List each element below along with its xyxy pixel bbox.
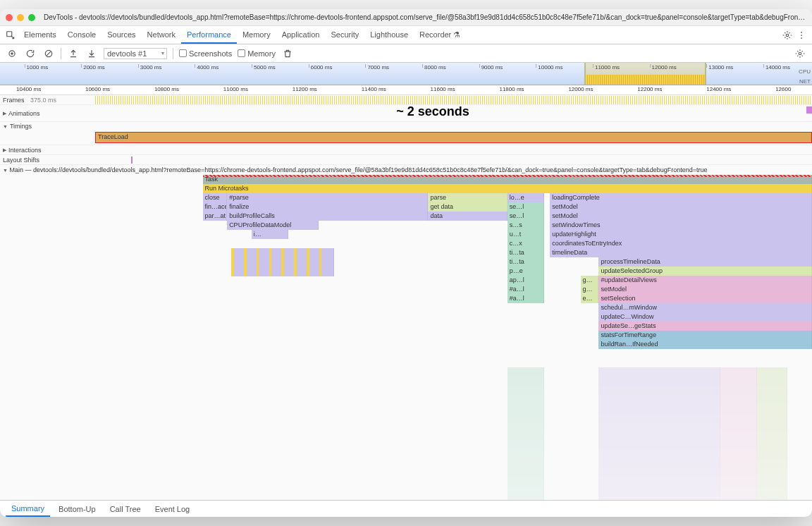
flame-entry[interactable]: [598, 395, 720, 404]
layout-shifts-track[interactable]: Layout Shifts: [0, 155, 812, 165]
flame-entry[interactable]: [598, 468, 720, 477]
flame-entry[interactable]: [757, 496, 787, 500]
flame-entry[interactable]: [598, 477, 720, 487]
flame-entry[interactable]: [508, 404, 544, 413]
bottom-tab-summary[interactable]: Summary: [6, 501, 50, 517]
flame-entry[interactable]: close: [203, 193, 228, 202]
minimize-window-button[interactable]: [17, 14, 24, 21]
flame-entry[interactable]: [720, 413, 757, 422]
flame-entry[interactable]: [508, 496, 544, 500]
flame-entry[interactable]: se…l: [508, 202, 544, 212]
flame-entry[interactable]: updateSelectedGroup: [598, 267, 812, 276]
upload-profile-icon[interactable]: [67, 47, 80, 60]
flame-entry[interactable]: parse: [428, 193, 507, 202]
flame-entry[interactable]: [720, 468, 757, 477]
flame-entry[interactable]: #updateDetailViews: [598, 276, 812, 285]
reload-record-icon[interactable]: [24, 47, 37, 60]
flame-entry[interactable]: [598, 422, 720, 432]
flame-entry[interactable]: [720, 386, 757, 395]
flame-entry[interactable]: [757, 487, 787, 496]
flame-entry[interactable]: p…e: [508, 267, 544, 276]
flame-entry[interactable]: [757, 459, 787, 468]
flame-entry[interactable]: loadingComplete: [550, 193, 812, 202]
flame-entry[interactable]: setModel: [550, 202, 812, 212]
bottom-tab-event-log[interactable]: Event Log: [149, 502, 196, 516]
flame-entry[interactable]: [508, 450, 544, 459]
flame-entry[interactable]: [598, 487, 720, 496]
frames-track[interactable]: Frames 375.0 ms: [0, 95, 812, 105]
detail-ruler[interactable]: 10400 ms10600 ms10800 ms11000 ms11200 ms…: [0, 85, 812, 95]
flame-entry[interactable]: setModel: [550, 212, 812, 221]
flame-entry[interactable]: [598, 404, 720, 413]
flame-entry[interactable]: [508, 413, 544, 422]
flame-entry[interactable]: setSelection: [598, 294, 812, 303]
record-icon[interactable]: [6, 47, 18, 60]
flame-chart[interactable]: TaskRun Microtasksclose#parseparselo…elo…: [95, 175, 812, 500]
flame-entry[interactable]: [508, 468, 544, 477]
flame-entry[interactable]: #parse: [227, 193, 428, 202]
flame-entry[interactable]: [508, 386, 544, 395]
timings-track[interactable]: ▼Timings TraceLoad: [0, 122, 812, 145]
interactions-track[interactable]: ▶Interactions: [0, 145, 812, 155]
screenshots-checkbox[interactable]: Screenshots: [179, 49, 232, 58]
flame-entry[interactable]: [757, 477, 787, 487]
settings-gear-icon[interactable]: [781, 29, 794, 42]
timing-traceload[interactable]: TraceLoad: [96, 133, 811, 142]
main-track-header[interactable]: ▼ Main — devtools://devtools/bundled/dev…: [0, 165, 812, 175]
flame-entry[interactable]: #a…l: [508, 285, 544, 294]
flame-entry[interactable]: s…s: [508, 221, 544, 230]
flame-entry[interactable]: processTimelineData: [598, 257, 812, 267]
flame-microtasks[interactable]: Run Microtasks: [203, 184, 812, 193]
flame-entry[interactable]: c…x: [508, 239, 544, 248]
flame-entry[interactable]: updateSe…geStats: [598, 322, 812, 331]
overview-ruler[interactable]: CPU NET 1000 ms2000 ms3000 ms4000 ms5000…: [0, 63, 812, 85]
flame-entry[interactable]: u…t: [508, 230, 544, 239]
flame-entry[interactable]: [598, 441, 720, 450]
flame-entry[interactable]: [757, 441, 787, 450]
flame-entry[interactable]: [720, 432, 757, 441]
flame-entry[interactable]: par…at: [203, 212, 228, 221]
flame-entry[interactable]: updateC…Window: [598, 312, 812, 322]
flame-entry[interactable]: #a…l: [508, 294, 544, 303]
panel-tab-console[interactable]: Console: [62, 27, 102, 44]
flame-entry[interactable]: g…: [581, 276, 599, 285]
flame-entry[interactable]: [720, 422, 757, 432]
zoom-window-button[interactable]: [28, 14, 35, 21]
flame-entry[interactable]: ap…l: [508, 276, 544, 285]
flame-entry[interactable]: [508, 377, 544, 386]
flame-entry[interactable]: setModel: [598, 285, 812, 294]
bottom-tab-call-tree[interactable]: Call Tree: [104, 502, 147, 516]
flame-entry[interactable]: [329, 248, 334, 276]
flame-entry[interactable]: [757, 377, 787, 386]
close-window-button[interactable]: [6, 14, 13, 21]
flame-entry[interactable]: [508, 441, 544, 450]
panel-tab-network[interactable]: Network: [142, 27, 181, 44]
panel-tab-lighthouse[interactable]: Lighthouse: [364, 27, 414, 44]
flame-entry[interactable]: [757, 404, 787, 413]
flame-entry[interactable]: [598, 367, 720, 377]
flame-entry[interactable]: [720, 404, 757, 413]
flame-entry[interactable]: [508, 459, 544, 468]
flame-entry[interactable]: [598, 450, 720, 459]
flame-entry[interactable]: updateHighlight: [550, 230, 812, 239]
flame-entry[interactable]: [508, 432, 544, 441]
flame-entry[interactable]: [720, 450, 757, 459]
panel-tab-performance[interactable]: Performance: [181, 27, 237, 44]
flame-entry[interactable]: buildProfileCalls: [227, 212, 428, 221]
flame-entry[interactable]: setWindowTimes: [550, 221, 812, 230]
panel-tab-recorder[interactable]: Recorder ⚗: [414, 27, 466, 44]
flame-entry[interactable]: [598, 496, 720, 500]
panel-tab-sources[interactable]: Sources: [102, 27, 141, 44]
flame-entry[interactable]: e…: [581, 294, 599, 303]
flame-entry[interactable]: buildRan…IfNeeded: [598, 340, 812, 349]
inspect-element-icon[interactable]: [4, 29, 17, 42]
kebab-menu-icon[interactable]: [795, 29, 808, 42]
flame-entry[interactable]: [757, 367, 787, 377]
flame-entry[interactable]: [757, 468, 787, 477]
flame-entry[interactable]: statsForTimeRange: [598, 331, 812, 340]
flame-entry[interactable]: [598, 377, 720, 386]
flame-entry[interactable]: [720, 441, 757, 450]
flame-entry[interactable]: [598, 413, 720, 422]
flame-entry[interactable]: lo…e: [508, 193, 544, 202]
flame-entry[interactable]: [508, 395, 544, 404]
